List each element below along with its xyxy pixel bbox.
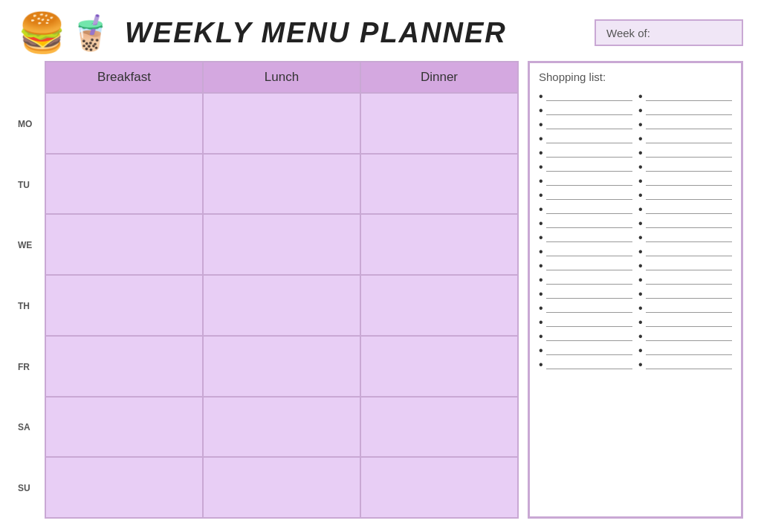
list-item[interactable]: • [638,317,732,328]
cell-th-lunch[interactable] [204,276,361,335]
bullet-icon: • [539,246,543,258]
burger-icon: 🍔 [18,13,66,52]
bullet-icon: • [539,147,543,159]
list-item[interactable]: • [539,161,632,173]
table-row-th [46,274,517,335]
item-line [546,149,632,158]
bullet-icon: • [539,189,543,201]
item-line [546,219,632,228]
item-line [646,219,732,228]
cell-we-breakfast[interactable] [46,215,204,274]
list-item[interactable]: • [539,302,632,314]
cell-th-breakfast[interactable] [46,276,204,335]
list-item[interactable]: • [539,175,632,187]
list-item[interactable]: • [539,133,632,145]
item-line [646,233,732,242]
shopping-title: Shopping list: [539,71,732,83]
week-of-box[interactable]: Week of: [595,19,743,46]
list-item[interactable]: • [638,288,732,300]
list-item[interactable]: • [539,119,632,131]
list-item[interactable]: • [539,345,632,357]
list-item[interactable]: • [638,331,732,343]
item-line [546,106,632,115]
cell-sa-dinner[interactable] [361,398,517,457]
item-line [546,360,632,369]
cell-mo-lunch[interactable] [204,94,361,153]
bullet-icon: • [638,317,643,328]
cell-we-dinner[interactable] [361,215,517,274]
item-line [546,247,632,256]
list-item[interactable]: • [539,288,632,300]
table-row-sa [46,396,517,457]
bullet-icon: • [638,189,643,201]
list-item[interactable]: • [539,204,632,215]
meal-grid: Breakfast Lunch Dinner [45,61,519,519]
bullet-icon: • [638,218,643,230]
list-item[interactable]: • [638,274,732,286]
list-item[interactable]: • [539,189,632,201]
item-line [546,120,632,129]
shopping-list: • • • • • • • • • • • • • • • • • [539,89,732,509]
list-item[interactable]: • [539,317,632,328]
header-dinner: Dinner [361,62,517,92]
list-item[interactable]: • [638,246,732,258]
list-item[interactable]: • [539,274,632,286]
list-item[interactable]: • [539,105,632,117]
cell-tu-breakfast[interactable] [46,155,204,214]
list-item[interactable]: • [638,91,732,103]
cell-fr-dinner[interactable] [361,337,517,396]
cell-we-lunch[interactable] [204,215,361,274]
bullet-icon: • [638,119,643,131]
logo-area: 🍔 🧋 [18,13,111,52]
list-item[interactable]: • [638,218,732,230]
cell-fr-lunch[interactable] [204,337,361,396]
list-item[interactable]: • [638,359,732,371]
cell-tu-lunch[interactable] [204,155,361,214]
list-item[interactable]: • [638,175,732,187]
list-item[interactable]: • [638,147,732,159]
list-item[interactable]: • [539,232,632,244]
table-row-su [46,456,517,517]
list-item[interactable]: • [539,218,632,230]
list-item[interactable]: • [638,119,732,131]
cell-su-lunch[interactable] [204,458,361,517]
cell-mo-breakfast[interactable] [46,94,204,153]
cell-tu-dinner[interactable] [361,155,517,214]
cell-su-dinner[interactable] [361,458,517,517]
bullet-icon: • [638,274,643,286]
list-item[interactable]: • [638,260,732,272]
cell-sa-breakfast[interactable] [46,398,204,457]
item-line [646,205,732,214]
list-item[interactable]: • [638,105,732,117]
bullet-icon: • [638,91,643,103]
cell-su-breakfast[interactable] [46,458,204,517]
item-line [646,247,732,256]
list-item[interactable]: • [638,189,732,201]
item-line [646,134,732,143]
item-line [646,92,732,101]
list-item[interactable]: • [638,345,732,357]
list-item[interactable]: • [638,161,732,173]
list-item[interactable]: • [539,359,632,371]
bullet-icon: • [539,302,543,314]
list-item[interactable]: • [638,302,732,314]
cell-fr-breakfast[interactable] [46,337,204,396]
day-label-mo: MO [18,94,45,155]
list-item[interactable]: • [638,232,732,244]
list-item[interactable]: • [539,260,632,272]
list-item[interactable]: • [638,133,732,145]
bullet-icon: • [638,161,643,173]
cell-th-dinner[interactable] [361,276,517,335]
list-item[interactable]: • [539,147,632,159]
list-item[interactable]: • [539,331,632,343]
list-item[interactable]: • [539,91,632,103]
list-item[interactable]: • [638,204,732,215]
cell-sa-lunch[interactable] [204,398,361,457]
bullet-icon: • [638,260,643,272]
item-line [546,290,632,299]
cell-mo-dinner[interactable] [361,94,517,153]
item-line [646,290,732,299]
list-item[interactable]: • [539,246,632,258]
bullet-icon: • [539,359,543,371]
bullet-icon: • [638,246,643,258]
